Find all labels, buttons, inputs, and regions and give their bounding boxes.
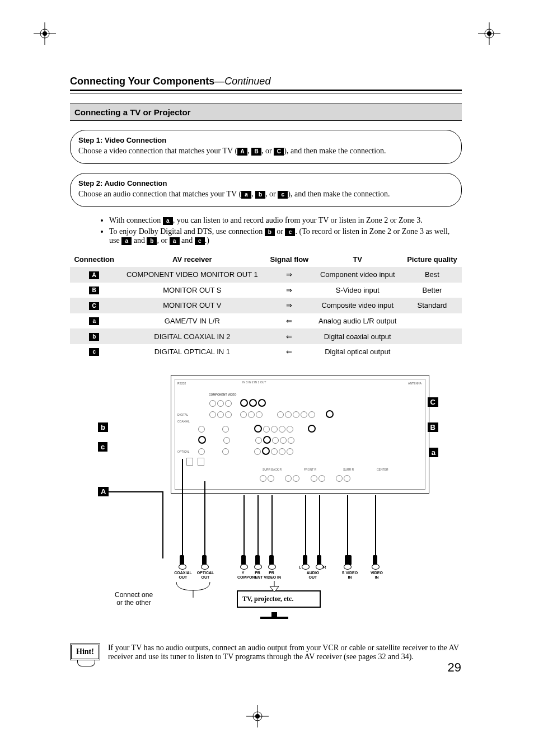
step1-box: Step 1: Video Connection Choose a video … <box>70 130 462 164</box>
title-continued: —Continued <box>214 76 270 87</box>
step1-title: Step 1: Video Connection <box>78 136 453 144</box>
cable-audio-l <box>305 495 306 558</box>
arrow-down-icon <box>266 581 283 592</box>
cable-A <box>162 491 163 558</box>
plug-opt <box>202 555 207 565</box>
section-heading: Connecting a TV or Projector <box>70 104 462 121</box>
plug-al <box>303 555 307 565</box>
chip-C: C <box>274 148 284 156</box>
plug-coax <box>180 555 184 565</box>
svg-rect-13 <box>260 617 288 619</box>
step2-title: Step 2: Audio Connection <box>78 179 453 187</box>
hint-text: If your TV has no audio outputs, connect… <box>108 644 462 661</box>
cable-comp-y <box>243 495 245 558</box>
callout-A: A <box>98 487 109 496</box>
plug-pb <box>255 555 260 565</box>
callout-a: a <box>429 448 438 457</box>
crop-mark-bottom <box>246 705 269 727</box>
svg-rect-12 <box>271 612 277 617</box>
brace-icon <box>171 582 216 604</box>
chip-a: a <box>241 191 251 199</box>
th-flow: Signal flow <box>266 252 312 267</box>
cable-video <box>375 495 376 558</box>
table-row: BMONITOR OUT S⇒S-Video inputBetter <box>70 283 462 298</box>
hint-badge: Hint! <box>70 644 100 660</box>
th-quality: Picture quality <box>402 252 462 267</box>
plug-v <box>373 555 377 565</box>
chip-c: c <box>278 191 288 199</box>
step1-body: Choose a video connection that matches y… <box>78 147 453 156</box>
callout-B: B <box>428 422 438 432</box>
callout-c: c <box>98 442 107 452</box>
callout-b: b <box>98 422 108 432</box>
cable-comp-pr <box>271 495 273 558</box>
step2-body: Choose an audio connection that matches … <box>78 190 453 199</box>
chip-B: B <box>251 148 261 156</box>
crop-mark-tl <box>34 22 56 45</box>
note-1: With connection a, you can listen to and… <box>109 216 462 225</box>
page-number: 29 <box>448 660 461 675</box>
cable-comp-pb <box>257 495 259 558</box>
notes-list: With connection a, you can listen to and… <box>87 216 462 245</box>
page-title: Connecting Your Components—Continued <box>70 76 462 87</box>
chip-b: b <box>255 191 265 199</box>
plug-ar <box>317 555 321 565</box>
title-text: Connecting Your Components <box>70 76 214 87</box>
callout-C: C <box>428 397 438 407</box>
note-2: To enjoy Dolby Digital and DTS, use conn… <box>109 227 462 245</box>
crop-mark-tr <box>478 22 500 45</box>
table-row: cDIGITAL OPTICAL IN 1⇐Digital optical ou… <box>70 344 462 360</box>
plug-y <box>241 555 246 565</box>
step2-box: Step 2: Audio Connection Choose an audio… <box>70 173 462 207</box>
receiver-rear-panel: RS232 IN 3 IN 2 IN 1 OUT COMPONENT VIDEO… <box>171 375 429 494</box>
plug-sv <box>345 555 352 565</box>
chip-A: A <box>237 148 247 156</box>
title-rule <box>70 90 462 93</box>
table-row: CMONITOR OUT V⇒Composite video inputStan… <box>70 298 462 313</box>
plug-pr <box>269 555 274 565</box>
cable-coax <box>182 459 183 558</box>
connect-note: Connect one or the other <box>115 591 153 607</box>
hint-block: Hint! If your TV has no audio outputs, c… <box>70 644 462 661</box>
connection-table: Connection AV receiver Signal flow TV Pi… <box>70 252 462 359</box>
th-tv: TV <box>313 252 402 267</box>
cable-opt <box>204 481 205 558</box>
table-row: ACOMPONENT VIDEO MONITOR OUT 1⇒Component… <box>70 267 462 283</box>
cable-audio-r <box>319 495 320 558</box>
table-row: aGAME/TV IN L/R⇐Analog audio L/R output <box>70 313 462 329</box>
th-connection: Connection <box>70 252 118 267</box>
tv-box: TV, projector, etc. <box>237 590 321 608</box>
table-row: bDIGITAL COAXIAL IN 2⇐Digital coaxial ou… <box>70 328 462 344</box>
wiring-diagram: RS232 IN 3 IN 2 IN 1 OUT COMPONENT VIDEO… <box>98 369 434 627</box>
tv-stand-icon <box>260 612 288 622</box>
th-receiver: AV receiver <box>118 252 266 267</box>
cable-svideo <box>347 495 348 558</box>
